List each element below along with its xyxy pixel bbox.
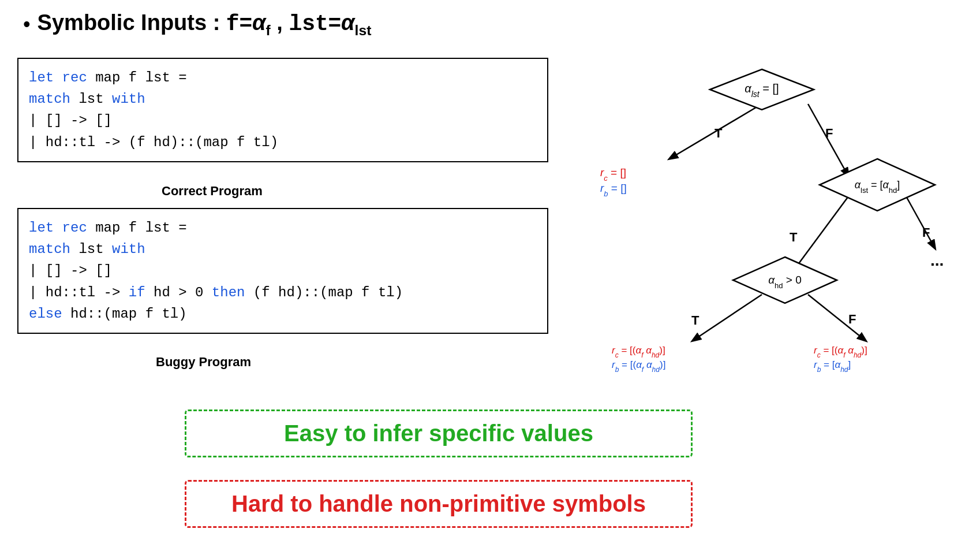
bullet: • [23,12,31,36]
svg-text:rb = [αhd]: rb = [αhd] [814,359,851,374]
tree-diagram: αlst = [] T F αlst = [αhd] T F αhd > 0 T… [566,46,958,393]
correct-program-box: let rec map f lst = match lst with | [] … [17,58,548,162]
svg-text:F: F [825,126,833,140]
svg-text:F: F [848,312,856,326]
tree-svg: αlst = [] T F αlst = [αhd] T F αhd > 0 T… [566,46,958,393]
svg-line-3 [906,196,935,248]
svg-text:F: F [922,225,930,240]
buggy-code-line-5: else hd::(map f tl) [29,303,537,325]
svg-text:rb = []: rb = [] [600,182,627,198]
title-area: • Symbolic Inputs : f=αf , lst=αlst [23,10,371,39]
code-line-2: match lst with [29,88,537,110]
svg-line-4 [693,295,762,341]
buggy-code-line-2: match lst with [29,239,537,260]
svg-text:T: T [790,230,798,244]
svg-text:rc = []: rc = [] [600,166,626,183]
svg-text:T: T [691,313,700,327]
hard-banner: Hard to handle non-primitive symbols [185,480,693,528]
correct-program-label: Correct Program [162,184,263,199]
buggy-code-line-1: let rec map f lst = [29,217,537,239]
code-line-4: | hd::tl -> (f hd)::(map f tl) [29,132,537,153]
svg-text:...: ... [930,251,944,269]
svg-text:T: T [715,126,723,140]
buggy-program-label: Buggy Program [156,355,251,370]
buggy-code-line-4: | hd::tl -> if hd > 0 then (f hd)::(map … [29,282,537,303]
easy-banner: Easy to infer specific values [185,409,693,457]
svg-line-5 [808,295,866,341]
title-text: Symbolic Inputs : f=αf , lst=αlst [38,10,372,39]
buggy-program-box: let rec map f lst = match lst with | [] … [17,208,548,334]
svg-text:rb = [(αf αhd)]: rb = [(αf αhd)] [612,359,665,374]
code-line-1: let rec map f lst = [29,67,537,88]
code-line-3: | [] -> [] [29,110,537,131]
buggy-code-line-3: | [] -> [] [29,260,537,281]
svg-text:rc = [(αf αhd)]: rc = [(αf αhd)] [612,345,665,359]
svg-text:rc = [(αf αhd)]: rc = [(αf αhd)] [814,345,867,359]
